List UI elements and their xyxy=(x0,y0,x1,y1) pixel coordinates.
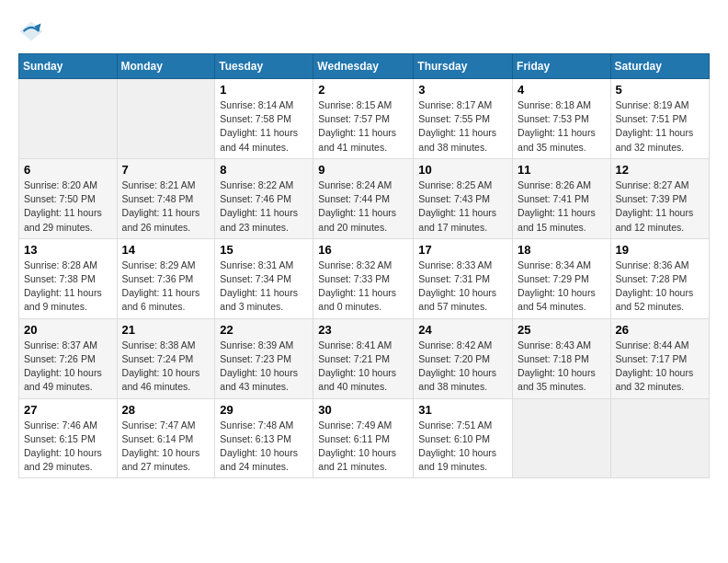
day-info: Sunrise: 8:27 AMSunset: 7:39 PMDaylight:… xyxy=(616,178,704,235)
header-friday: Friday xyxy=(513,54,611,79)
day-number: 21 xyxy=(122,323,210,337)
header-monday: Monday xyxy=(117,54,215,79)
calendar-cell: 22Sunrise: 8:39 AMSunset: 7:23 PMDayligh… xyxy=(215,318,313,398)
day-info: Sunrise: 7:49 AMSunset: 6:11 PMDaylight:… xyxy=(318,419,408,475)
calendar-cell xyxy=(117,79,215,159)
calendar-cell: 10Sunrise: 8:25 AMSunset: 7:43 PMDayligh… xyxy=(414,158,513,238)
calendar-week-2: 6Sunrise: 8:20 AMSunset: 7:50 PMDaylight… xyxy=(19,158,710,238)
calendar-cell: 14Sunrise: 8:29 AMSunset: 7:36 PMDayligh… xyxy=(117,238,215,318)
header-tuesday: Tuesday xyxy=(215,54,313,79)
day-info: Sunrise: 8:17 AMSunset: 7:55 PMDaylight:… xyxy=(418,98,507,155)
calendar-cell xyxy=(513,398,611,478)
day-number: 22 xyxy=(220,323,308,337)
day-info: Sunrise: 8:15 AMSunset: 7:57 PMDaylight:… xyxy=(318,98,408,155)
day-info: Sunrise: 8:29 AMSunset: 7:36 PMDaylight:… xyxy=(122,259,210,315)
calendar-cell: 26Sunrise: 8:44 AMSunset: 7:17 PMDayligh… xyxy=(610,318,709,398)
day-info: Sunrise: 8:19 AMSunset: 7:51 PMDaylight:… xyxy=(616,98,704,155)
day-info: Sunrise: 8:25 AMSunset: 7:43 PMDaylight:… xyxy=(418,178,507,235)
header-saturday: Saturday xyxy=(610,54,709,79)
day-number: 15 xyxy=(220,243,308,257)
day-number: 19 xyxy=(616,243,704,257)
day-number: 29 xyxy=(220,403,308,417)
calendar-cell: 24Sunrise: 8:42 AMSunset: 7:20 PMDayligh… xyxy=(414,318,513,398)
calendar-cell: 3Sunrise: 8:17 AMSunset: 7:55 PMDaylight… xyxy=(414,79,513,159)
calendar-cell: 29Sunrise: 7:48 AMSunset: 6:13 PMDayligh… xyxy=(215,398,313,478)
day-number: 8 xyxy=(220,163,308,177)
calendar-cell: 23Sunrise: 8:41 AMSunset: 7:21 PMDayligh… xyxy=(313,318,414,398)
day-number: 11 xyxy=(518,163,606,177)
calendar-cell xyxy=(19,79,118,159)
calendar-cell: 5Sunrise: 8:19 AMSunset: 7:51 PMDaylight… xyxy=(610,79,709,159)
day-info: Sunrise: 8:32 AMSunset: 7:33 PMDaylight:… xyxy=(318,259,408,315)
day-info: Sunrise: 8:41 AMSunset: 7:21 PMDaylight:… xyxy=(318,339,408,395)
calendar-cell: 31Sunrise: 7:51 AMSunset: 6:10 PMDayligh… xyxy=(414,398,513,478)
calendar-cell: 20Sunrise: 8:37 AMSunset: 7:26 PMDayligh… xyxy=(19,318,118,398)
header-sunday: Sunday xyxy=(19,54,118,79)
day-number: 9 xyxy=(318,163,408,177)
day-info: Sunrise: 8:38 AMSunset: 7:24 PMDaylight:… xyxy=(122,339,210,395)
day-info: Sunrise: 8:42 AMSunset: 7:20 PMDaylight:… xyxy=(418,339,507,395)
day-info: Sunrise: 8:34 AMSunset: 7:29 PMDaylight:… xyxy=(518,259,606,315)
day-info: Sunrise: 7:47 AMSunset: 6:14 PMDaylight:… xyxy=(122,419,210,475)
day-info: Sunrise: 8:28 AMSunset: 7:38 PMDaylight:… xyxy=(24,259,112,315)
calendar-cell: 4Sunrise: 8:18 AMSunset: 7:53 PMDaylight… xyxy=(513,79,611,159)
day-number: 28 xyxy=(122,403,210,417)
header-thursday: Thursday xyxy=(414,54,513,79)
header-wednesday: Wednesday xyxy=(313,54,414,79)
page-header xyxy=(18,18,710,44)
calendar-cell: 27Sunrise: 7:46 AMSunset: 6:15 PMDayligh… xyxy=(19,398,118,478)
day-number: 14 xyxy=(122,243,210,257)
day-info: Sunrise: 8:44 AMSunset: 7:17 PMDaylight:… xyxy=(616,339,704,395)
day-number: 31 xyxy=(418,403,507,417)
day-number: 1 xyxy=(220,83,308,97)
day-number: 26 xyxy=(616,323,704,337)
calendar-cell: 6Sunrise: 8:20 AMSunset: 7:50 PMDaylight… xyxy=(19,158,118,238)
day-number: 23 xyxy=(318,323,408,337)
day-info: Sunrise: 8:22 AMSunset: 7:46 PMDaylight:… xyxy=(220,178,308,235)
day-number: 30 xyxy=(318,403,408,417)
calendar-cell: 16Sunrise: 8:32 AMSunset: 7:33 PMDayligh… xyxy=(313,238,414,318)
calendar-table: SundayMondayTuesdayWednesdayThursdayFrid… xyxy=(18,53,710,478)
day-number: 20 xyxy=(24,323,112,337)
calendar-week-5: 27Sunrise: 7:46 AMSunset: 6:15 PMDayligh… xyxy=(19,398,710,478)
day-number: 12 xyxy=(616,163,704,177)
day-info: Sunrise: 8:26 AMSunset: 7:41 PMDaylight:… xyxy=(518,178,606,235)
day-number: 16 xyxy=(318,243,408,257)
day-info: Sunrise: 8:24 AMSunset: 7:44 PMDaylight:… xyxy=(318,178,408,235)
calendar-cell: 7Sunrise: 8:21 AMSunset: 7:48 PMDaylight… xyxy=(117,158,215,238)
calendar-cell: 9Sunrise: 8:24 AMSunset: 7:44 PMDaylight… xyxy=(313,158,414,238)
day-number: 27 xyxy=(24,403,112,417)
calendar-week-4: 20Sunrise: 8:37 AMSunset: 7:26 PMDayligh… xyxy=(19,318,710,398)
calendar-cell: 21Sunrise: 8:38 AMSunset: 7:24 PMDayligh… xyxy=(117,318,215,398)
calendar-cell: 19Sunrise: 8:36 AMSunset: 7:28 PMDayligh… xyxy=(610,238,709,318)
calendar-cell: 13Sunrise: 8:28 AMSunset: 7:38 PMDayligh… xyxy=(19,238,118,318)
day-info: Sunrise: 8:43 AMSunset: 7:18 PMDaylight:… xyxy=(518,339,606,395)
calendar-cell: 12Sunrise: 8:27 AMSunset: 7:39 PMDayligh… xyxy=(610,158,709,238)
day-number: 13 xyxy=(24,243,112,257)
day-info: Sunrise: 8:14 AMSunset: 7:58 PMDaylight:… xyxy=(220,98,308,155)
calendar-cell: 8Sunrise: 8:22 AMSunset: 7:46 PMDaylight… xyxy=(215,158,313,238)
day-info: Sunrise: 8:18 AMSunset: 7:53 PMDaylight:… xyxy=(518,98,606,155)
logo xyxy=(18,18,46,44)
day-number: 17 xyxy=(418,243,507,257)
calendar-cell xyxy=(610,398,709,478)
calendar-cell: 17Sunrise: 8:33 AMSunset: 7:31 PMDayligh… xyxy=(414,238,513,318)
day-number: 10 xyxy=(418,163,507,177)
calendar-cell: 30Sunrise: 7:49 AMSunset: 6:11 PMDayligh… xyxy=(313,398,414,478)
calendar-cell: 15Sunrise: 8:31 AMSunset: 7:34 PMDayligh… xyxy=(215,238,313,318)
day-number: 6 xyxy=(24,163,112,177)
day-info: Sunrise: 8:36 AMSunset: 7:28 PMDaylight:… xyxy=(616,259,704,315)
calendar-cell: 28Sunrise: 7:47 AMSunset: 6:14 PMDayligh… xyxy=(117,398,215,478)
day-number: 3 xyxy=(418,83,507,97)
day-info: Sunrise: 7:46 AMSunset: 6:15 PMDaylight:… xyxy=(24,419,112,475)
calendar-header-row: SundayMondayTuesdayWednesdayThursdayFrid… xyxy=(19,54,710,79)
day-number: 25 xyxy=(518,323,606,337)
calendar-cell: 18Sunrise: 8:34 AMSunset: 7:29 PMDayligh… xyxy=(513,238,611,318)
day-info: Sunrise: 8:20 AMSunset: 7:50 PMDaylight:… xyxy=(24,178,112,235)
day-number: 5 xyxy=(616,83,704,97)
day-number: 2 xyxy=(318,83,408,97)
day-info: Sunrise: 7:51 AMSunset: 6:10 PMDaylight:… xyxy=(418,419,507,475)
day-number: 7 xyxy=(122,163,210,177)
day-info: Sunrise: 8:21 AMSunset: 7:48 PMDaylight:… xyxy=(122,178,210,235)
calendar-week-3: 13Sunrise: 8:28 AMSunset: 7:38 PMDayligh… xyxy=(19,238,710,318)
